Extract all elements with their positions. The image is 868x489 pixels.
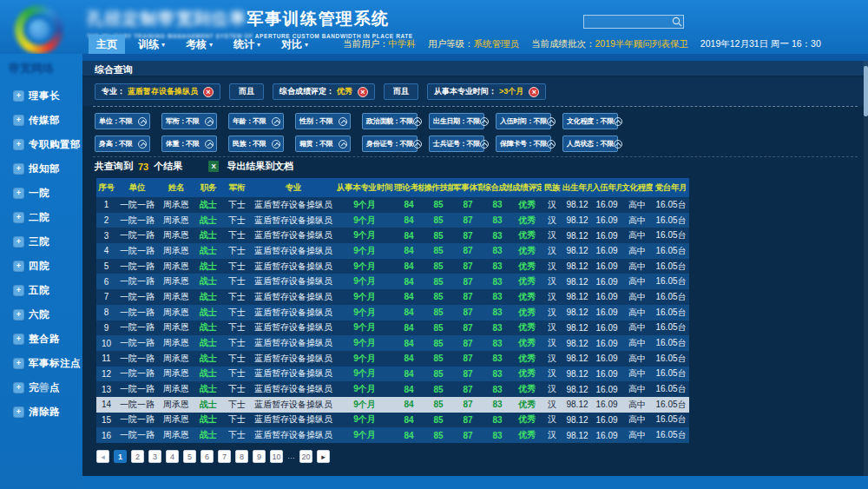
page-button-20[interactable]: 20	[299, 450, 312, 463]
table-row[interactable]: 13一院一路周承恩战士下士蓝盾暂存设备操纵员9个月84858783优秀汉98.1…	[96, 381, 689, 397]
chevron-up-circle-icon[interactable]	[480, 140, 489, 149]
plus-expand-icon[interactable]: +	[14, 91, 23, 101]
page-button-8[interactable]: 8	[235, 450, 248, 463]
plus-expand-icon[interactable]: +	[14, 383, 23, 393]
filter-dropdown-0-0[interactable]: 单位：不限	[95, 113, 150, 129]
sidebar-item-13[interactable]: +清除路	[0, 400, 82, 424]
next-page-button[interactable]: ▸	[317, 450, 330, 463]
page-button-6[interactable]: 6	[201, 450, 214, 463]
column-header[interactable]: 入伍年月	[592, 178, 621, 197]
chevron-up-circle-icon[interactable]	[547, 140, 556, 149]
column-header[interactable]: 民族	[542, 178, 562, 197]
filter-dropdown-0-7[interactable]: 文化程度：不限	[562, 113, 618, 129]
table-row[interactable]: 8一院一路周承恩战士下士蓝盾暂存设备操纵员9个月84858783优秀汉98.12…	[96, 305, 689, 320]
page-button-7[interactable]: 7	[218, 450, 231, 463]
tab-comprehensive-query[interactable]: 综合查询	[95, 63, 133, 76]
plus-expand-icon[interactable]: +	[14, 140, 23, 149]
page-button-9[interactable]: 9	[253, 450, 266, 463]
table-row[interactable]: 12一院一路周承恩战士下士蓝盾暂存设备操纵员9个月84858783优秀汉98.1…	[96, 367, 689, 382]
search-box[interactable]	[583, 15, 684, 29]
excel-icon[interactable]: X	[208, 161, 219, 172]
plus-expand-icon[interactable]: +	[14, 188, 23, 198]
table-row[interactable]: 10一院一路周承恩战士下士蓝盾暂存设备操纵员9个月84858783优秀汉98.1…	[96, 335, 689, 351]
plus-expand-icon[interactable]: +	[14, 164, 23, 174]
column-header[interactable]: 党台年月	[653, 178, 689, 197]
filter-dropdown-0-6[interactable]: 入伍时间：不限	[496, 113, 551, 129]
close-icon[interactable]: ×	[358, 87, 368, 97]
close-icon[interactable]: ×	[203, 87, 214, 97]
chevron-up-circle-icon[interactable]	[547, 117, 556, 126]
chevron-up-circle-icon[interactable]	[272, 140, 280, 149]
sidebar-item-8[interactable]: +五院	[0, 278, 82, 302]
plus-expand-icon[interactable]: +	[14, 407, 23, 417]
nav-tab-2[interactable]: 考核▾	[178, 35, 220, 54]
sidebar-item-12[interactable]: +完善点	[0, 375, 82, 400]
filter-dropdown-0-3[interactable]: 性别：不限	[295, 113, 351, 129]
sidebar-item-4[interactable]: +一院	[0, 181, 82, 205]
filter-chip-2[interactable]: 综合成绩评定：优秀×	[273, 83, 375, 100]
table-row[interactable]: 6一院一路周承恩战士下士蓝盾暂存设备操纵员9个月84858783优秀汉98.12…	[96, 274, 689, 289]
column-header[interactable]: 综合成绩	[483, 178, 512, 197]
column-header[interactable]: 职务	[194, 178, 222, 197]
table-row[interactable]: 2一院一路周承恩战士下士蓝盾暂存设备操纵员9个月84858783优秀汉98.12…	[96, 213, 689, 228]
column-header[interactable]: 姓名	[158, 178, 194, 197]
nav-tab-4[interactable]: 对比▾	[273, 35, 316, 54]
filter-dropdown-1-4[interactable]: 身份证号：不限	[362, 135, 418, 152]
chevron-up-circle-icon[interactable]	[205, 140, 214, 149]
plus-expand-icon[interactable]: +	[14, 286, 23, 295]
table-row[interactable]: 11一院一路周承恩战士下士蓝盾暂存设备操纵员9个月84858783优秀汉98.1…	[96, 351, 689, 367]
plus-expand-icon[interactable]: +	[14, 213, 23, 222]
plus-expand-icon[interactable]: +	[14, 359, 23, 368]
filter-chip-0[interactable]: 专业：蓝盾暂存设备操纵员×	[95, 83, 220, 100]
sidebar-item-3[interactable]: +报知部	[0, 156, 82, 181]
table-row[interactable]: 9一院一路周承恩战士下士蓝盾暂存设备操纵员9个月84858783优秀汉98.12…	[96, 320, 689, 336]
chevron-up-circle-icon[interactable]	[138, 140, 147, 149]
chevron-up-circle-icon[interactable]	[413, 117, 422, 126]
page-button-3[interactable]: 3	[148, 450, 161, 463]
column-header[interactable]: 序号	[96, 178, 116, 197]
chevron-up-circle-icon[interactable]	[614, 140, 622, 149]
column-header[interactable]: 从事本专业时间	[335, 178, 394, 197]
column-header[interactable]: 出生年月	[562, 178, 592, 197]
sidebar-item-11[interactable]: +军事标注点	[0, 351, 82, 375]
filter-dropdown-0-2[interactable]: 年龄：不限	[228, 113, 284, 129]
column-header[interactable]: 军事体育	[453, 178, 483, 197]
column-header[interactable]: 军衔	[222, 178, 252, 197]
sidebar-item-10[interactable]: +整合路	[0, 327, 82, 351]
page-button-10[interactable]: 10	[270, 450, 283, 463]
filter-dropdown-0-4[interactable]: 政治面貌：不限	[362, 113, 418, 129]
table-row[interactable]: 14一院一路周承恩战士下士蓝盾暂存设备操纵员9个月84858783优秀汉98.1…	[96, 397, 689, 413]
sidebar-item-2[interactable]: +专职购置部	[0, 132, 82, 156]
plus-expand-icon[interactable]: +	[14, 310, 23, 320]
chevron-up-circle-icon[interactable]	[614, 117, 622, 126]
scrollbar-track[interactable]	[864, 61, 868, 476]
plus-expand-icon[interactable]: +	[14, 116, 23, 125]
sidebar-item-9[interactable]: +六院	[0, 302, 82, 327]
column-header[interactable]: 单位	[116, 178, 158, 197]
close-icon[interactable]: ×	[529, 87, 539, 97]
filter-dropdown-0-5[interactable]: 出生日期：不限	[429, 113, 484, 129]
table-row[interactable]: 16一院一路周承恩战士下士蓝盾暂存设备操纵员9个月84858783优秀汉98.1…	[96, 427, 689, 443]
table-row[interactable]: 4一院一路周承恩战士下士蓝盾暂存设备操纵员9个月84858783优秀汉98.12…	[96, 243, 689, 259]
sidebar-item-1[interactable]: +传媒部	[0, 108, 82, 132]
sidebar-item-0[interactable]: +理事长	[0, 83, 82, 108]
plus-expand-icon[interactable]: +	[14, 237, 23, 247]
chevron-up-circle-icon[interactable]	[339, 140, 347, 149]
table-row[interactable]: 7一院一路周承恩战士下士蓝盾暂存设备操纵员9个月84858783优秀汉98.12…	[96, 289, 689, 305]
column-header[interactable]: 文化程度	[621, 178, 653, 197]
chevron-up-circle-icon[interactable]	[272, 117, 280, 126]
nav-tab-3[interactable]: 统计▾	[226, 35, 268, 54]
table-row[interactable]: 3一院一路周承恩战士下士蓝盾暂存设备操纵员9个月84858783优秀汉98.12…	[96, 228, 689, 243]
chevron-up-circle-icon[interactable]	[480, 117, 489, 126]
search-input[interactable]	[584, 17, 671, 27]
chevron-up-circle-icon[interactable]	[138, 117, 147, 126]
table-row[interactable]: 15一院一路周承恩战士下士蓝盾暂存设备操纵员9个月84858783优秀汉98.1…	[96, 413, 689, 428]
plus-expand-icon[interactable]: +	[14, 261, 23, 271]
chevron-up-circle-icon[interactable]	[205, 117, 214, 126]
filter-dropdown-1-5[interactable]: 士兵证号：不限	[429, 135, 484, 152]
prev-page-button[interactable]: ◂	[96, 450, 109, 463]
column-header[interactable]: 成绩评定	[512, 178, 542, 197]
sidebar-item-6[interactable]: +三院	[0, 229, 82, 254]
column-header[interactable]: 专业	[252, 178, 335, 197]
column-header[interactable]: 操作技能	[424, 178, 453, 197]
